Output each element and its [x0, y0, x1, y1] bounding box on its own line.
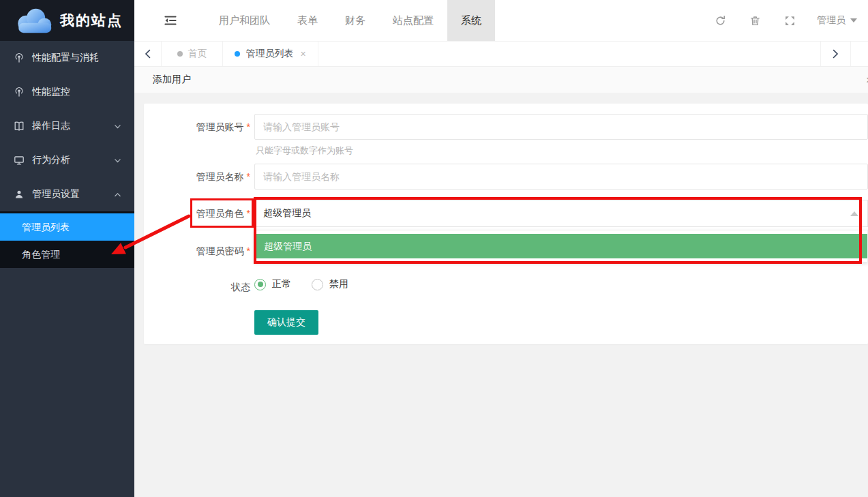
sidebar-item-admin-list[interactable]: 管理员列表 [0, 213, 134, 241]
chevron-down-icon [113, 122, 122, 131]
menu-fold-icon[interactable] [163, 14, 178, 27]
sidebar-item-label: 性能配置与消耗 [32, 52, 99, 64]
sidebar-item-label: 管理员设置 [32, 188, 80, 200]
name-input[interactable] [254, 164, 868, 190]
user-menu[interactable]: 管理员 [817, 14, 857, 27]
user-icon [14, 189, 25, 200]
sidebar-item-label: 操作日志 [32, 120, 70, 132]
tab-label: 管理员列表 [245, 48, 293, 60]
sidebar-item-behavior-analysis[interactable]: 行为分析 [0, 143, 134, 177]
chevron-right-icon [833, 49, 839, 59]
required-mark: * [247, 120, 250, 134]
close-icon[interactable]: × [300, 48, 305, 59]
tab-status-dot [177, 51, 183, 57]
main-content: 管理员账号 * 只能字母或数字作为账号 管理员名称 * 管理员角色 * 超级管理… [134, 93, 868, 497]
tabbar-spacer [318, 42, 820, 66]
sidebar-item-label: 行为分析 [32, 154, 70, 166]
nav-item-system[interactable]: 系统 [447, 0, 495, 41]
role-dropdown: 超级管理员 [254, 230, 868, 262]
status-label: 状态 [144, 280, 250, 294]
tabs-scroll-left-button[interactable] [134, 42, 162, 66]
caret-up-icon [850, 211, 858, 216]
tabbar-end [850, 42, 868, 66]
role-select-value: 超级管理员 [263, 207, 311, 220]
add-user-form-card: 管理员账号 * 只能字母或数字作为账号 管理员名称 * 管理员角色 * 超级管理… [144, 104, 868, 344]
panel-title: 添加用户 [153, 74, 191, 86]
sidebar-item-performance-monitor[interactable]: 性能监控 [0, 75, 134, 109]
sidebar-item-performance-config[interactable]: 性能配置与消耗 [0, 41, 134, 75]
tab-admin-list[interactable]: 管理员列表 × [223, 42, 318, 66]
radio-normal[interactable] [254, 279, 266, 290]
required-mark: * [247, 244, 250, 258]
sidebar-item-label: 性能监控 [32, 86, 70, 98]
signal-icon [14, 52, 25, 63]
tab-label: 首页 [188, 48, 207, 60]
password-label: 管理员密码 * [144, 244, 250, 258]
sidebar-item-operation-log[interactable]: 操作日志 [0, 109, 134, 143]
nav-item-site-config[interactable]: 站点配置 [379, 0, 447, 41]
name-label: 管理员名称 * [144, 170, 250, 183]
radio-disabled-label: 禁用 [329, 278, 348, 290]
role-label: 管理员角色 * [144, 207, 250, 220]
top-navigation: 用户和团队 表单 财务 站点配置 系统 [205, 0, 495, 41]
tab-status-dot [235, 51, 240, 57]
monitor-icon [14, 155, 25, 166]
radio-disabled[interactable] [312, 279, 323, 290]
book-icon [14, 121, 25, 132]
role-select[interactable]: 超级管理员 [254, 200, 868, 227]
tab-bar: 首页 管理员列表 × [134, 41, 868, 67]
admin-settings-submenu: 管理员列表 角色管理 [0, 211, 134, 268]
brand-logo: 我的站点 [0, 0, 134, 41]
sidebar-item-admin-settings[interactable]: 管理员设置 [0, 177, 134, 211]
account-label: 管理员账号 * [144, 120, 250, 134]
account-helper-text: 只能字母或数字作为账号 [256, 145, 353, 157]
chevron-down-icon [113, 156, 122, 165]
tabs-scroll-right-button[interactable] [820, 42, 850, 66]
signal-icon [14, 87, 25, 97]
status-radio-group: 正常 禁用 [254, 278, 348, 290]
top-header: 用户和团队 表单 财务 站点配置 系统 管理员 [134, 0, 868, 41]
cloud-icon [14, 7, 53, 34]
nav-item-forms[interactable]: 表单 [284, 0, 331, 41]
required-mark: * [247, 207, 250, 220]
trash-icon[interactable] [749, 15, 761, 27]
sidebar: 我的站点 性能配置与消耗 性能监控 操作日志 行为分析 [0, 0, 134, 497]
role-option-super-admin[interactable]: 超级管理员 [255, 234, 867, 258]
tab-home[interactable]: 首页 [162, 42, 223, 66]
chevron-down-icon [850, 18, 857, 22]
nav-item-finance[interactable]: 财务 [331, 0, 379, 41]
radio-normal-label: 正常 [272, 278, 291, 290]
user-name: 管理员 [817, 14, 845, 27]
chevron-left-icon [145, 49, 151, 59]
chevron-up-icon [113, 190, 122, 199]
nav-item-users-teams[interactable]: 用户和团队 [205, 0, 284, 41]
refresh-icon[interactable] [715, 15, 726, 27]
fullscreen-icon[interactable] [784, 15, 796, 27]
site-title: 我的站点 [60, 11, 123, 30]
submit-button[interactable]: 确认提交 [254, 310, 318, 335]
header-actions: 管理员 [703, 14, 868, 27]
account-input[interactable] [254, 114, 868, 140]
required-mark: * [247, 170, 250, 183]
panel-header: 添加用户 × [134, 67, 868, 93]
sidebar-item-role-management[interactable]: 角色管理 [0, 241, 134, 268]
